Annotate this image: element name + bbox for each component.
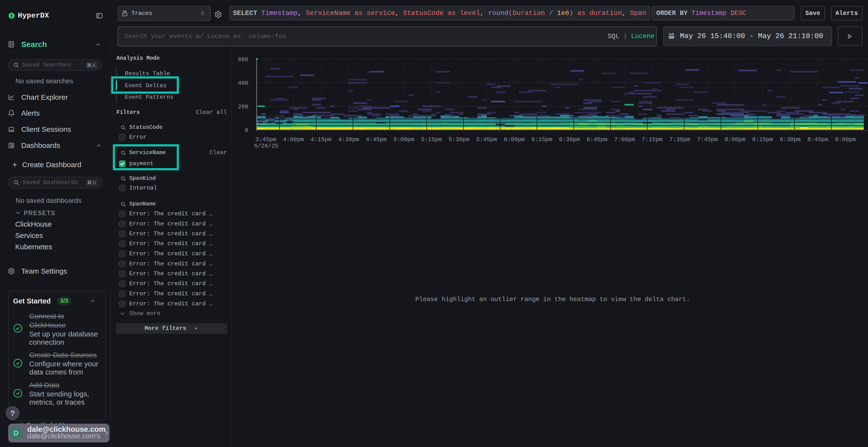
svg-text:7:15pm: 7:15pm xyxy=(642,136,662,143)
svg-text:5:15pm: 5:15pm xyxy=(421,136,442,143)
svg-text:6:00pm: 6:00pm xyxy=(504,136,524,143)
svg-text:6:30pm: 6:30pm xyxy=(559,136,580,143)
svg-text:0: 0 xyxy=(245,127,248,134)
svg-text:7:30pm: 7:30pm xyxy=(669,136,690,143)
svg-text:8:45pm: 8:45pm xyxy=(807,136,828,143)
svg-text:6:45pm: 6:45pm xyxy=(587,136,607,143)
svg-text:7:45pm: 7:45pm xyxy=(697,136,718,143)
svg-text:4:45pm: 4:45pm xyxy=(366,136,386,143)
svg-text:3:45pm: 3:45pm xyxy=(255,136,276,143)
svg-text:4:30pm: 4:30pm xyxy=(338,136,359,143)
svg-text:5:30pm: 5:30pm xyxy=(449,136,469,143)
svg-text:7:00pm: 7:00pm xyxy=(614,136,635,143)
svg-text:5:45pm: 5:45pm xyxy=(476,136,497,143)
svg-text:8:30pm: 8:30pm xyxy=(780,136,801,143)
svg-text:5/26/25: 5/26/25 xyxy=(254,143,278,149)
svg-text:4:00pm: 4:00pm xyxy=(283,136,304,143)
svg-text:Please highlight an outlier ra: Please highlight an outlier range in the… xyxy=(415,296,690,303)
svg-text:8:15pm: 8:15pm xyxy=(752,136,773,143)
svg-text:600: 600 xyxy=(238,56,248,63)
svg-text:8:00pm: 8:00pm xyxy=(724,136,745,143)
svg-text:6:15pm: 6:15pm xyxy=(531,136,552,143)
svg-text:5:00pm: 5:00pm xyxy=(394,136,414,143)
svg-text:4:15pm: 4:15pm xyxy=(311,136,331,143)
svg-text:400: 400 xyxy=(238,80,248,87)
svg-text:200: 200 xyxy=(238,104,248,110)
svg-text:9:00pm: 9:00pm xyxy=(835,136,856,143)
